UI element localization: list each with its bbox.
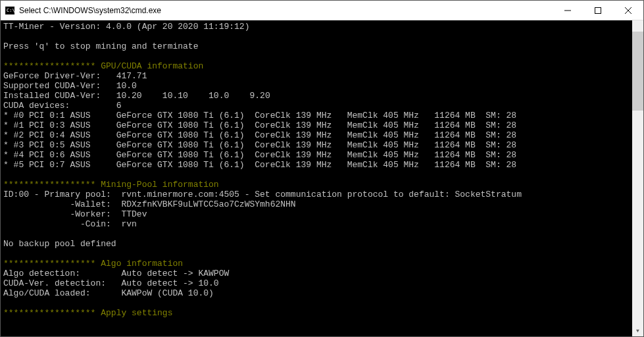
apply-section-title: Apply settings — [95, 308, 172, 318]
scrollbar-thumb[interactable] — [632, 32, 643, 111]
gpu-line: * #3 PCI 0:5 ASUS GeForce GTX 1080 Ti (6… — [3, 140, 516, 150]
titlebar: C:\ Select C:\WINDOWS\system32\cmd.exe — [1, 1, 643, 20]
installed-label: Installed CUDA-Ver: — [3, 91, 116, 101]
devices-label: CUDA devices: — [3, 101, 116, 111]
no-backup-line: No backup pool defined — [3, 239, 116, 249]
primary-pool-line: ID:00 - Primary pool: rvnt.minermore.com… — [3, 190, 522, 199]
cmd-icon: C:\ — [5, 5, 15, 16]
section-asterisks: ****************** — [3, 259, 95, 269]
algo-loaded-line: Algo/CUDA loaded: KAWPoW (CUDA 10.0) — [3, 288, 214, 298]
installed-value: 10.20 10.10 10.0 9.20 — [116, 91, 270, 101]
supported-label: Supported CUDA-Ver: — [3, 81, 116, 91]
scrollbar-down-arrow[interactable]: ▼ — [632, 325, 643, 336]
gpu-line: * #4 PCI 0:6 ASUS GeForce GTX 1080 Ti (6… — [3, 150, 516, 160]
scrollbar[interactable]: ▲ ▼ — [632, 20, 643, 336]
quit-line: Press 'q' to stop mining and terminate — [3, 41, 198, 51]
window-controls — [553, 1, 643, 20]
section-asterisks: ****************** — [3, 308, 95, 318]
worker-line: -Worker: TTDev — [3, 209, 147, 219]
coin-line: -Coin: rvn — [3, 219, 137, 229]
minimize-button[interactable] — [553, 1, 583, 20]
gpu-line: * #0 PCI 0:1 ASUS GeForce GTX 1080 Ti (6… — [3, 111, 516, 120]
gpu-line: * #2 PCI 0:4 ASUS GeForce GTX 1080 Ti (6… — [3, 130, 516, 140]
svg-rect-3 — [595, 7, 601, 13]
devices-value: 6 — [116, 101, 122, 111]
terminal[interactable]: TT-Miner - Version: 4.0.0 (Apr 20 2020 1… — [1, 20, 643, 336]
window-title: Select C:\WINDOWS\system32\cmd.exe — [19, 6, 553, 15]
maximize-button[interactable] — [583, 1, 613, 20]
section-asterisks: ****************** — [3, 180, 95, 190]
gpu-line: * #5 PCI 0:7 ASUS GeForce GTX 1080 Ti (6… — [3, 160, 516, 170]
pool-section-title: Mining-Pool information — [95, 180, 218, 190]
window: C:\ Select C:\WINDOWS\system32\cmd.exe T… — [0, 0, 644, 337]
svg-text:C:\: C:\ — [7, 8, 15, 13]
gpu-section-title: GPU/CUDA information — [95, 61, 203, 71]
algo-section-title: Algo information — [95, 259, 183, 269]
close-button[interactable] — [613, 1, 643, 20]
gpu-line: * #1 PCI 0:3 ASUS GeForce GTX 1080 Ti (6… — [3, 120, 516, 130]
scrollbar-track[interactable] — [632, 32, 643, 325]
driver-label: GeForce Driver-Ver: — [3, 71, 116, 81]
algo-detection-line: Algo detection: Auto detect -> KAWPOW — [3, 269, 229, 278]
cuda-detection-line: CUDA-Ver. detection: Auto detect -> 10.0 — [3, 278, 219, 288]
driver-value: 417.71 — [116, 71, 147, 81]
wallet-line: -Wallet: RDXzfnKVBKF9uLWTCC5ao7CzWSYmh62… — [3, 199, 296, 209]
version-line: TT-Miner - Version: 4.0.0 (Apr 20 2020 1… — [3, 22, 249, 32]
supported-value: 10.0 — [116, 81, 137, 91]
section-asterisks: ****************** — [3, 61, 95, 71]
